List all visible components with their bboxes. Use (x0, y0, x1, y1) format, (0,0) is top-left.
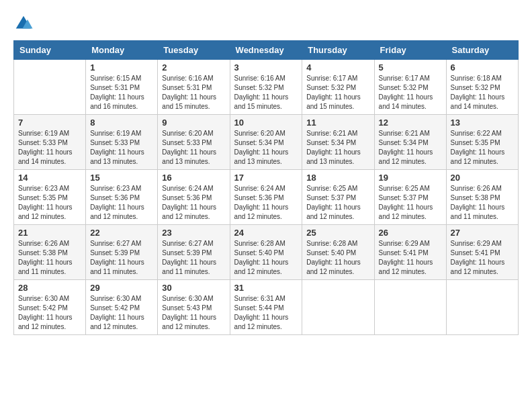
day-info: Sunrise: 6:29 AM Sunset: 5:41 PM Dayligh… (379, 239, 442, 277)
calendar-table: SundayMondayTuesdayWednesdayThursdayFrid… (13, 40, 519, 335)
day-info: Sunrise: 6:26 AM Sunset: 5:38 PM Dayligh… (18, 239, 81, 277)
calendar-cell: 2Sunrise: 6:16 AM Sunset: 5:31 PM Daylig… (158, 60, 230, 115)
calendar-week-5: 28Sunrise: 6:30 AM Sunset: 5:42 PM Dayli… (14, 280, 519, 335)
day-info: Sunrise: 6:31 AM Sunset: 5:44 PM Dayligh… (234, 294, 298, 332)
calendar-cell: 10Sunrise: 6:20 AM Sunset: 5:34 PM Dayli… (230, 115, 302, 170)
calendar-cell: 21Sunrise: 6:26 AM Sunset: 5:38 PM Dayli… (14, 225, 86, 280)
day-info: Sunrise: 6:27 AM Sunset: 5:39 PM Dayligh… (90, 239, 153, 277)
day-info: Sunrise: 6:16 AM Sunset: 5:31 PM Dayligh… (162, 74, 225, 111)
calendar-cell: 20Sunrise: 6:26 AM Sunset: 5:38 PM Dayli… (446, 170, 518, 225)
calendar-cell: 18Sunrise: 6:25 AM Sunset: 5:37 PM Dayli… (302, 170, 374, 225)
day-info: Sunrise: 6:25 AM Sunset: 5:37 PM Dayligh… (306, 184, 369, 222)
calendar-cell: 19Sunrise: 6:25 AM Sunset: 5:37 PM Dayli… (374, 170, 446, 225)
calendar-cell: 16Sunrise: 6:24 AM Sunset: 5:36 PM Dayli… (158, 170, 230, 225)
calendar-cell: 29Sunrise: 6:30 AM Sunset: 5:42 PM Dayli… (86, 280, 158, 335)
calendar-cell: 28Sunrise: 6:30 AM Sunset: 5:42 PM Dayli… (14, 280, 86, 335)
day-number: 22 (90, 228, 153, 238)
day-info: Sunrise: 6:17 AM Sunset: 5:32 PM Dayligh… (306, 74, 369, 111)
day-number: 5 (379, 62, 442, 73)
calendar-header-saturday: Saturday (446, 41, 518, 60)
day-info: Sunrise: 6:26 AM Sunset: 5:38 PM Dayligh… (451, 184, 514, 222)
day-number: 25 (306, 228, 369, 238)
day-info: Sunrise: 6:23 AM Sunset: 5:36 PM Dayligh… (90, 184, 153, 222)
calendar-cell: 11Sunrise: 6:21 AM Sunset: 5:34 PM Dayli… (302, 115, 374, 170)
day-number: 10 (234, 118, 298, 128)
day-info: Sunrise: 6:20 AM Sunset: 5:34 PM Dayligh… (234, 129, 298, 167)
calendar-cell: 3Sunrise: 6:16 AM Sunset: 5:32 PM Daylig… (230, 60, 302, 115)
calendar-cell: 27Sunrise: 6:29 AM Sunset: 5:41 PM Dayli… (446, 225, 518, 280)
day-info: Sunrise: 6:19 AM Sunset: 5:33 PM Dayligh… (90, 129, 153, 167)
day-number: 24 (234, 228, 298, 238)
day-number: 8 (90, 118, 153, 128)
day-info: Sunrise: 6:21 AM Sunset: 5:34 PM Dayligh… (379, 129, 442, 167)
calendar-cell: 23Sunrise: 6:27 AM Sunset: 5:39 PM Dayli… (158, 225, 230, 280)
calendar-header-thursday: Thursday (302, 41, 374, 60)
calendar-cell: 8Sunrise: 6:19 AM Sunset: 5:33 PM Daylig… (86, 115, 158, 170)
calendar-header-sunday: Sunday (14, 41, 86, 60)
calendar-cell: 24Sunrise: 6:28 AM Sunset: 5:40 PM Dayli… (230, 225, 302, 280)
calendar-cell: 4Sunrise: 6:17 AM Sunset: 5:32 PM Daylig… (302, 60, 374, 115)
day-number: 17 (234, 173, 298, 183)
day-info: Sunrise: 6:25 AM Sunset: 5:37 PM Dayligh… (379, 184, 442, 222)
calendar-cell (302, 280, 374, 335)
calendar-cell (374, 280, 446, 335)
day-number: 29 (90, 283, 153, 293)
day-info: Sunrise: 6:18 AM Sunset: 5:32 PM Dayligh… (451, 74, 514, 111)
day-info: Sunrise: 6:28 AM Sunset: 5:40 PM Dayligh… (234, 239, 298, 277)
calendar-cell: 30Sunrise: 6:30 AM Sunset: 5:43 PM Dayli… (158, 280, 230, 335)
day-info: Sunrise: 6:23 AM Sunset: 5:35 PM Dayligh… (18, 184, 81, 222)
day-number: 7 (18, 118, 81, 128)
calendar-week-3: 14Sunrise: 6:23 AM Sunset: 5:35 PM Dayli… (14, 170, 519, 225)
day-info: Sunrise: 6:20 AM Sunset: 5:33 PM Dayligh… (162, 129, 225, 167)
day-info: Sunrise: 6:16 AM Sunset: 5:32 PM Dayligh… (234, 74, 298, 111)
calendar-cell (14, 60, 86, 115)
day-number: 20 (451, 173, 514, 183)
calendar-cell: 31Sunrise: 6:31 AM Sunset: 5:44 PM Dayli… (230, 280, 302, 335)
day-number: 3 (234, 62, 298, 73)
day-number: 14 (18, 173, 81, 183)
day-number: 26 (379, 228, 442, 238)
calendar-cell: 7Sunrise: 6:19 AM Sunset: 5:33 PM Daylig… (14, 115, 86, 170)
calendar-cell: 15Sunrise: 6:23 AM Sunset: 5:36 PM Dayli… (86, 170, 158, 225)
day-info: Sunrise: 6:30 AM Sunset: 5:43 PM Dayligh… (162, 294, 225, 332)
day-number: 30 (162, 283, 225, 293)
day-number: 2 (162, 62, 225, 73)
calendar-cell: 9Sunrise: 6:20 AM Sunset: 5:33 PM Daylig… (158, 115, 230, 170)
day-info: Sunrise: 6:28 AM Sunset: 5:40 PM Dayligh… (306, 239, 369, 277)
day-number: 18 (306, 173, 369, 183)
day-number: 4 (306, 62, 369, 73)
calendar-cell: 22Sunrise: 6:27 AM Sunset: 5:39 PM Dayli… (86, 225, 158, 280)
day-info: Sunrise: 6:15 AM Sunset: 5:31 PM Dayligh… (90, 74, 153, 111)
calendar-cell: 5Sunrise: 6:17 AM Sunset: 5:32 PM Daylig… (374, 60, 446, 115)
day-number: 11 (306, 118, 369, 128)
day-number: 23 (162, 228, 225, 238)
day-info: Sunrise: 6:27 AM Sunset: 5:39 PM Dayligh… (162, 239, 225, 277)
calendar-cell: 26Sunrise: 6:29 AM Sunset: 5:41 PM Dayli… (374, 225, 446, 280)
day-number: 21 (18, 228, 81, 238)
calendar-cell: 17Sunrise: 6:24 AM Sunset: 5:36 PM Dayli… (230, 170, 302, 225)
calendar-header-wednesday: Wednesday (230, 41, 302, 60)
calendar-cell: 14Sunrise: 6:23 AM Sunset: 5:35 PM Dayli… (14, 170, 86, 225)
day-info: Sunrise: 6:30 AM Sunset: 5:42 PM Dayligh… (90, 294, 153, 332)
day-number: 12 (379, 118, 442, 128)
day-number: 31 (234, 283, 298, 293)
day-info: Sunrise: 6:24 AM Sunset: 5:36 PM Dayligh… (162, 184, 225, 222)
day-info: Sunrise: 6:22 AM Sunset: 5:35 PM Dayligh… (451, 129, 514, 167)
day-info: Sunrise: 6:29 AM Sunset: 5:41 PM Dayligh… (451, 239, 514, 277)
calendar-header-row: SundayMondayTuesdayWednesdayThursdayFrid… (14, 41, 519, 60)
page-header (13, 13, 519, 34)
day-info: Sunrise: 6:30 AM Sunset: 5:42 PM Dayligh… (18, 294, 81, 332)
day-info: Sunrise: 6:19 AM Sunset: 5:33 PM Dayligh… (18, 129, 81, 167)
day-number: 1 (90, 62, 153, 73)
calendar-cell: 12Sunrise: 6:21 AM Sunset: 5:34 PM Dayli… (374, 115, 446, 170)
calendar-cell: 25Sunrise: 6:28 AM Sunset: 5:40 PM Dayli… (302, 225, 374, 280)
day-number: 13 (451, 118, 514, 128)
day-number: 28 (18, 283, 81, 293)
day-info: Sunrise: 6:17 AM Sunset: 5:32 PM Dayligh… (379, 74, 442, 111)
calendar-cell: 1Sunrise: 6:15 AM Sunset: 5:31 PM Daylig… (86, 60, 158, 115)
calendar-week-1: 1Sunrise: 6:15 AM Sunset: 5:31 PM Daylig… (14, 60, 519, 115)
logo (13, 13, 35, 34)
day-number: 19 (379, 173, 442, 183)
day-number: 16 (162, 173, 225, 183)
calendar-header-friday: Friday (374, 41, 446, 60)
